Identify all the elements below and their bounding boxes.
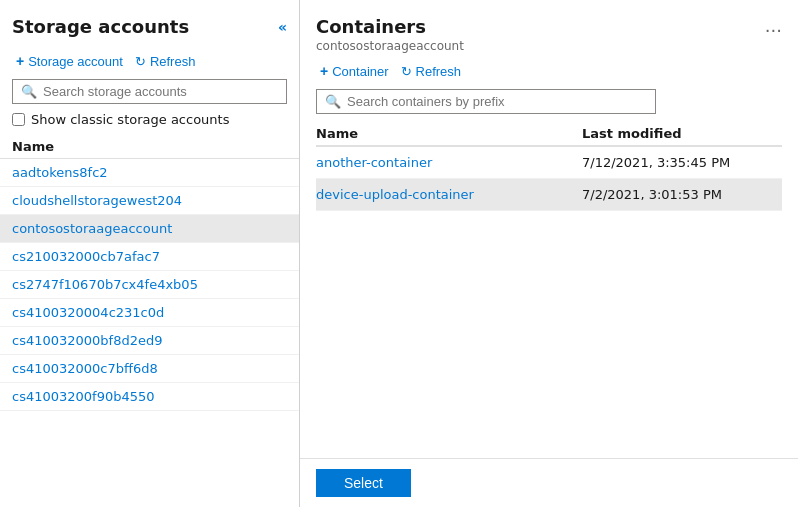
main-layout: Storage accounts « + Storage account ↻ R… [0, 0, 798, 507]
add-storage-account-label: Storage account [28, 54, 123, 69]
container-plus-icon: + [320, 63, 328, 79]
table-row[interactable]: device-upload-container7/2/2021, 3:01:53… [316, 179, 782, 211]
account-list: aadtokens8fc2cloudshellstoragewest204con… [0, 159, 299, 507]
account-item[interactable]: aadtokens8fc2 [0, 159, 299, 187]
select-label: Select [344, 475, 383, 491]
left-search-icon: 🔍 [21, 84, 37, 99]
container-modified: 7/2/2021, 3:01:53 PM [582, 187, 782, 202]
right-search-wrap: 🔍 [300, 89, 798, 122]
left-refresh-button[interactable]: ↻ Refresh [131, 52, 200, 71]
containers-rows: another-container7/12/2021, 3:35:45 PMde… [316, 147, 782, 211]
collapse-button[interactable]: « [278, 19, 287, 35]
footer-bar: Select [300, 458, 798, 507]
right-header: Containers contosostoraageaccount ··· [300, 0, 798, 53]
left-panel: Storage accounts « + Storage account ↻ R… [0, 0, 300, 507]
more-options-button[interactable]: ··· [765, 20, 782, 41]
left-toolbar: + Storage account ↻ Refresh [0, 47, 299, 79]
add-storage-account-button[interactable]: + Storage account [12, 51, 127, 71]
right-refresh-button[interactable]: ↻ Refresh [397, 62, 466, 81]
left-panel-header: Storage accounts « [0, 0, 299, 47]
containers-title: Containers [316, 16, 464, 37]
col-name-header: Name [316, 126, 582, 141]
add-container-button[interactable]: + Container [316, 61, 393, 81]
accounts-name-header: Name [12, 139, 54, 154]
search-containers-input[interactable] [347, 94, 647, 109]
account-item[interactable]: cs410032000c7bff6d8 [0, 355, 299, 383]
left-search-wrap: 🔍 [0, 79, 299, 110]
account-item[interactable]: cs2747f10670b7cx4fe4xb05 [0, 271, 299, 299]
add-container-label: Container [332, 64, 388, 79]
account-item[interactable]: cs4100320004c231c0d [0, 299, 299, 327]
select-button[interactable]: Select [316, 469, 411, 497]
plus-icon: + [16, 53, 24, 69]
container-name: another-container [316, 155, 582, 170]
right-refresh-label: Refresh [416, 64, 462, 79]
account-item[interactable]: cs410032000bf8d2ed9 [0, 327, 299, 355]
container-name: device-upload-container [316, 187, 582, 202]
search-storage-input[interactable] [43, 84, 278, 99]
containers-table: Name Last modified another-container7/12… [300, 122, 798, 458]
account-item[interactable]: cs41003200f90b4550 [0, 383, 299, 411]
account-item[interactable]: cloudshellstoragewest204 [0, 187, 299, 215]
account-item[interactable]: cs210032000cb7afac7 [0, 243, 299, 271]
storage-accounts-title: Storage accounts [12, 16, 189, 37]
left-search-box: 🔍 [12, 79, 287, 104]
show-classic-label: Show classic storage accounts [31, 112, 229, 127]
right-title-area: Containers contosostoraageaccount [316, 16, 464, 53]
classic-accounts-row: Show classic storage accounts [0, 110, 299, 135]
left-refresh-icon: ↻ [135, 54, 146, 69]
container-modified: 7/12/2021, 3:35:45 PM [582, 155, 782, 170]
right-toolbar: + Container ↻ Refresh [300, 53, 798, 89]
accounts-column-header: Name [0, 135, 299, 159]
table-header: Name Last modified [316, 122, 782, 147]
col-modified-header: Last modified [582, 126, 782, 141]
right-refresh-icon: ↻ [401, 64, 412, 79]
containers-subtitle: contosostoraageaccount [316, 39, 464, 53]
account-item[interactable]: contosostoraageaccount [0, 215, 299, 243]
show-classic-checkbox[interactable] [12, 113, 25, 126]
right-panel: Containers contosostoraageaccount ··· + … [300, 0, 798, 507]
left-refresh-label: Refresh [150, 54, 196, 69]
table-row[interactable]: another-container7/12/2021, 3:35:45 PM [316, 147, 782, 179]
right-search-icon: 🔍 [325, 94, 341, 109]
right-search-box: 🔍 [316, 89, 656, 114]
